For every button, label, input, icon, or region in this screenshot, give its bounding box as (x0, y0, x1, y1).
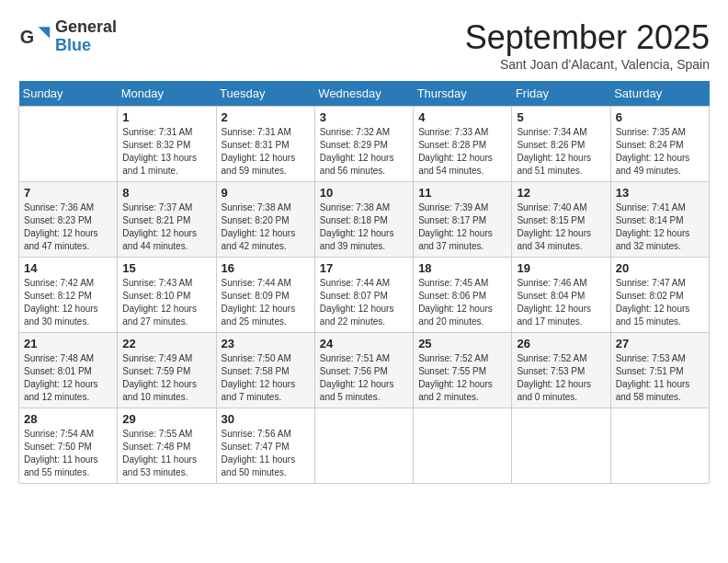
calendar-day-cell: 26Sunrise: 7:52 AM Sunset: 7:53 PM Dayli… (512, 333, 610, 408)
calendar-week-row: 1Sunrise: 7:31 AM Sunset: 8:32 PM Daylig… (19, 107, 710, 182)
calendar-day-cell: 2Sunrise: 7:31 AM Sunset: 8:31 PM Daylig… (216, 107, 314, 182)
day-number: 13 (616, 186, 704, 200)
calendar-day-cell: 19Sunrise: 7:46 AM Sunset: 8:04 PM Dayli… (512, 258, 610, 333)
calendar-day-header: Friday (512, 81, 610, 107)
day-info: Sunrise: 7:55 AM Sunset: 7:48 PM Dayligh… (122, 428, 210, 479)
day-info: Sunrise: 7:31 AM Sunset: 8:32 PM Dayligh… (122, 126, 210, 178)
day-info: Sunrise: 7:50 AM Sunset: 7:58 PM Dayligh… (222, 352, 310, 404)
day-number: 25 (418, 337, 506, 350)
logo-icon: G (18, 20, 51, 53)
calendar-table: SundayMondayTuesdayWednesdayThursdayFrid… (18, 81, 710, 484)
logo: G General Blue (18, 18, 117, 55)
day-number: 15 (122, 261, 210, 275)
location: Sant Joan d'Alacant, Valencia, Spain (465, 57, 710, 72)
day-number: 4 (418, 110, 506, 124)
calendar-day-cell: 5Sunrise: 7:34 AM Sunset: 8:26 PM Daylig… (512, 107, 610, 182)
calendar-day-cell: 1Sunrise: 7:31 AM Sunset: 8:32 PM Daylig… (118, 107, 216, 182)
day-info: Sunrise: 7:33 AM Sunset: 8:28 PM Dayligh… (418, 126, 506, 178)
calendar-day-cell (414, 408, 512, 484)
day-info: Sunrise: 7:36 AM Sunset: 8:23 PM Dayligh… (24, 201, 112, 253)
day-info: Sunrise: 7:38 AM Sunset: 8:18 PM Dayligh… (320, 201, 408, 253)
day-number: 16 (222, 261, 310, 275)
calendar-day-cell: 12Sunrise: 7:40 AM Sunset: 8:15 PM Dayli… (512, 182, 610, 258)
day-number: 10 (320, 186, 408, 200)
title-section: September 2025 Sant Joan d'Alacant, Vale… (465, 18, 710, 72)
day-info: Sunrise: 7:49 AM Sunset: 7:59 PM Dayligh… (122, 352, 210, 404)
calendar-day-header: Thursday (414, 81, 512, 107)
calendar-day-cell: 10Sunrise: 7:38 AM Sunset: 8:18 PM Dayli… (314, 182, 413, 258)
calendar-day-cell: 17Sunrise: 7:44 AM Sunset: 8:07 PM Dayli… (314, 258, 413, 333)
calendar-day-cell: 29Sunrise: 7:55 AM Sunset: 7:48 PM Dayli… (118, 408, 216, 484)
day-number: 7 (24, 186, 112, 200)
calendar-day-cell (610, 408, 709, 484)
day-number: 29 (122, 412, 210, 426)
calendar-week-row: 7Sunrise: 7:36 AM Sunset: 8:23 PM Daylig… (19, 182, 710, 258)
day-info: Sunrise: 7:46 AM Sunset: 8:04 PM Dayligh… (517, 277, 605, 328)
day-info: Sunrise: 7:34 AM Sunset: 8:26 PM Dayligh… (517, 126, 605, 178)
calendar-day-cell (512, 408, 610, 484)
day-number: 5 (517, 110, 605, 124)
day-number: 20 (616, 261, 704, 275)
day-info: Sunrise: 7:56 AM Sunset: 7:47 PM Dayligh… (222, 428, 310, 479)
day-number: 6 (616, 110, 704, 124)
day-number: 17 (320, 261, 408, 275)
day-number: 3 (320, 110, 408, 124)
day-number: 18 (418, 261, 506, 275)
day-number: 21 (24, 337, 112, 350)
calendar-header-row: SundayMondayTuesdayWednesdayThursdayFrid… (19, 81, 710, 107)
calendar-day-cell: 28Sunrise: 7:54 AM Sunset: 7:50 PM Dayli… (19, 408, 118, 484)
calendar-day-header: Monday (118, 81, 216, 107)
day-number: 27 (616, 337, 704, 350)
day-number: 30 (222, 412, 310, 426)
day-info: Sunrise: 7:51 AM Sunset: 7:56 PM Dayligh… (320, 352, 408, 404)
day-info: Sunrise: 7:40 AM Sunset: 8:15 PM Dayligh… (517, 201, 605, 253)
day-info: Sunrise: 7:45 AM Sunset: 8:06 PM Dayligh… (418, 277, 506, 328)
day-info: Sunrise: 7:41 AM Sunset: 8:14 PM Dayligh… (616, 201, 704, 253)
calendar-day-cell: 9Sunrise: 7:38 AM Sunset: 8:20 PM Daylig… (216, 182, 314, 258)
logo-blue: Blue (55, 37, 117, 55)
day-number: 22 (122, 337, 210, 350)
page-header: G General Blue September 2025 Sant Joan … (18, 18, 710, 72)
calendar-day-cell: 7Sunrise: 7:36 AM Sunset: 8:23 PM Daylig… (19, 182, 118, 258)
day-info: Sunrise: 7:39 AM Sunset: 8:17 PM Dayligh… (418, 201, 506, 253)
day-info: Sunrise: 7:47 AM Sunset: 8:02 PM Dayligh… (616, 277, 704, 328)
svg-text:G: G (20, 27, 34, 47)
calendar-day-cell: 24Sunrise: 7:51 AM Sunset: 7:56 PM Dayli… (314, 333, 413, 408)
calendar-day-cell: 14Sunrise: 7:42 AM Sunset: 8:12 PM Dayli… (19, 258, 118, 333)
day-number: 1 (122, 110, 210, 124)
day-number: 9 (222, 186, 310, 200)
calendar-day-cell: 13Sunrise: 7:41 AM Sunset: 8:14 PM Dayli… (610, 182, 709, 258)
calendar-day-header: Tuesday (216, 81, 314, 107)
day-info: Sunrise: 7:48 AM Sunset: 8:01 PM Dayligh… (24, 352, 112, 404)
calendar-week-row: 14Sunrise: 7:42 AM Sunset: 8:12 PM Dayli… (19, 258, 710, 333)
calendar-week-row: 21Sunrise: 7:48 AM Sunset: 8:01 PM Dayli… (19, 333, 710, 408)
calendar-day-header: Sunday (19, 81, 118, 107)
calendar-day-header: Wednesday (314, 81, 413, 107)
calendar-day-cell: 21Sunrise: 7:48 AM Sunset: 8:01 PM Dayli… (19, 333, 118, 408)
day-info: Sunrise: 7:43 AM Sunset: 8:10 PM Dayligh… (122, 277, 210, 328)
day-info: Sunrise: 7:52 AM Sunset: 7:55 PM Dayligh… (418, 352, 506, 404)
day-number: 8 (122, 186, 210, 200)
day-info: Sunrise: 7:31 AM Sunset: 8:31 PM Dayligh… (222, 126, 310, 178)
day-number: 11 (418, 186, 506, 200)
calendar-day-cell: 30Sunrise: 7:56 AM Sunset: 7:47 PM Dayli… (216, 408, 314, 484)
day-info: Sunrise: 7:44 AM Sunset: 8:09 PM Dayligh… (222, 277, 310, 328)
calendar-day-cell: 11Sunrise: 7:39 AM Sunset: 8:17 PM Dayli… (414, 182, 512, 258)
calendar-day-header: Saturday (610, 81, 709, 107)
calendar-day-cell: 25Sunrise: 7:52 AM Sunset: 7:55 PM Dayli… (414, 333, 512, 408)
day-info: Sunrise: 7:32 AM Sunset: 8:29 PM Dayligh… (320, 126, 408, 178)
calendar-day-cell (19, 107, 118, 182)
day-info: Sunrise: 7:53 AM Sunset: 7:51 PM Dayligh… (616, 352, 704, 404)
svg-marker-1 (39, 27, 51, 39)
calendar-day-cell: 6Sunrise: 7:35 AM Sunset: 8:24 PM Daylig… (610, 107, 709, 182)
calendar-day-cell: 27Sunrise: 7:53 AM Sunset: 7:51 PM Dayli… (610, 333, 709, 408)
calendar-day-cell: 22Sunrise: 7:49 AM Sunset: 7:59 PM Dayli… (118, 333, 216, 408)
day-number: 23 (222, 337, 310, 350)
logo-general: General (55, 18, 117, 37)
day-info: Sunrise: 7:42 AM Sunset: 8:12 PM Dayligh… (24, 277, 112, 328)
calendar-week-row: 28Sunrise: 7:54 AM Sunset: 7:50 PM Dayli… (19, 408, 710, 484)
logo-text: General Blue (55, 18, 117, 55)
calendar-day-cell: 20Sunrise: 7:47 AM Sunset: 8:02 PM Dayli… (610, 258, 709, 333)
day-info: Sunrise: 7:37 AM Sunset: 8:21 PM Dayligh… (122, 201, 210, 253)
day-number: 19 (517, 261, 605, 275)
